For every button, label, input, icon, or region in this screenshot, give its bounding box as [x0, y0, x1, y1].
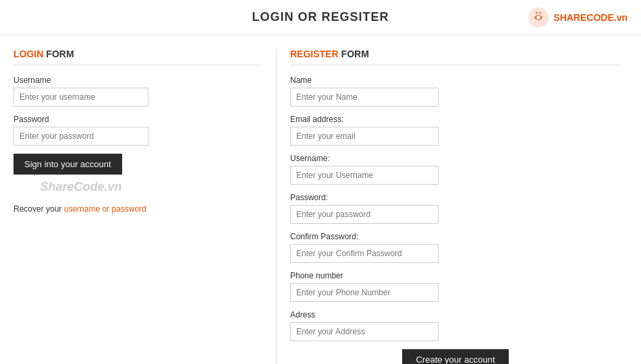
login-password-group: Password — [13, 115, 262, 146]
register-address-group: Adress — [290, 310, 621, 341]
register-section-title: REGISTER FORM — [290, 49, 621, 65]
recover-text: Recover your username or password — [13, 204, 262, 214]
login-password-input[interactable] — [13, 127, 148, 146]
create-account-button[interactable]: Create your account — [402, 349, 508, 364]
login-title-highlight: LOGIN — [13, 49, 43, 59]
register-password-input[interactable] — [290, 205, 439, 224]
recover-link[interactable]: username or password — [64, 204, 146, 214]
svg-point-1 — [536, 16, 540, 20]
login-section-title: LOGIN FORM — [13, 49, 262, 65]
register-title-rest: FORM — [341, 49, 369, 59]
recover-prefix: Recover your — [13, 204, 64, 214]
register-name-group: Name — [290, 75, 621, 107]
register-confirm-password-group: Confirm Password: — [290, 232, 621, 263]
register-panel: REGISTER FORM Name Email address: Userna… — [277, 49, 634, 364]
register-address-label: Adress — [290, 310, 621, 320]
login-title-rest: FORM — [46, 49, 74, 59]
login-username-input[interactable] — [13, 88, 148, 107]
main-content: LOGIN FORM Username Password Sign into y… — [0, 35, 641, 364]
register-address-input[interactable] — [290, 322, 439, 341]
page-header: LOGIN OR REGSITER SHARECODE.vn — [0, 0, 641, 35]
watermark-text: ShareCode.vn — [13, 180, 148, 194]
logo-highlight: SHARECODE — [553, 12, 613, 23]
register-password-group: Password: — [290, 193, 621, 224]
register-name-label: Name — [290, 75, 621, 85]
register-password-label: Password: — [290, 193, 621, 202]
register-username-group: Username: — [290, 154, 621, 185]
page-title: LOGIN OR REGSITER — [252, 10, 389, 24]
register-confirm-password-input[interactable] — [290, 244, 439, 263]
login-panel: LOGIN FORM Username Password Sign into y… — [7, 49, 277, 364]
register-title-highlight: REGISTER — [290, 49, 339, 59]
register-phone-group: Phone number — [290, 271, 621, 302]
login-username-group: Username — [13, 75, 262, 107]
login-password-label: Password — [13, 115, 262, 124]
register-email-group: Email address: — [290, 115, 621, 146]
register-username-label: Username: — [290, 154, 621, 163]
register-phone-label: Phone number — [290, 271, 621, 280]
logo-text: SHARECODE.vn — [553, 12, 628, 23]
register-name-input[interactable] — [290, 88, 439, 107]
logo-icon — [528, 7, 549, 28]
logo-area: SHARECODE.vn — [528, 7, 628, 28]
sign-in-button[interactable]: Sign into your account — [13, 154, 122, 175]
register-email-input[interactable] — [290, 127, 439, 146]
register-username-input[interactable] — [290, 166, 439, 185]
register-email-label: Email address: — [290, 115, 621, 124]
register-confirm-password-label: Confirm Password: — [290, 232, 621, 241]
register-phone-input[interactable] — [290, 283, 439, 302]
login-username-label: Username — [13, 75, 262, 85]
logo-suffix: .vn — [614, 12, 628, 23]
